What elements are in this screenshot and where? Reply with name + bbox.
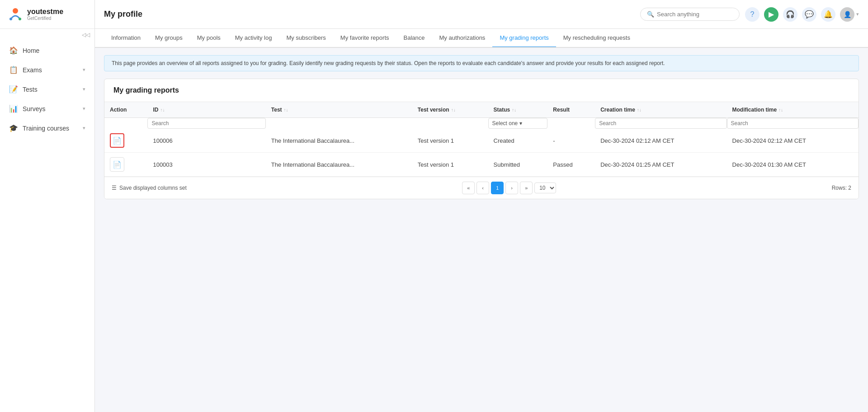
search-modification-time-cell[interactable] <box>727 118 859 129</box>
tab-my-favorite-reports[interactable]: My favorite reports <box>333 29 396 48</box>
tab-balance[interactable]: Balance <box>396 29 432 48</box>
search-result-cell <box>547 118 595 129</box>
result-cell: - <box>547 129 595 153</box>
sidebar-item-exams-label: Exams <box>23 66 78 74</box>
sidebar-item-home[interactable]: 🏠 Home <box>0 41 94 60</box>
training-icon: 🎓 <box>9 124 18 132</box>
creation-time-sort-icon: ↑↓ <box>637 108 642 112</box>
logo-icon <box>7 6 24 23</box>
pagination: « ‹ 1 › » 10 25 50 <box>462 182 556 194</box>
view-report-button[interactable]: 📄 <box>110 133 124 148</box>
logo-main-text: youtestme <box>27 7 63 16</box>
info-banner: This page provides an overview of all re… <box>104 55 859 71</box>
bell-button[interactable]: 🔔 <box>821 7 835 22</box>
col-test-version[interactable]: Test version↑↓ <box>412 102 488 118</box>
rows-per-page-select[interactable]: 10 25 50 <box>534 183 556 193</box>
tab-my-groups[interactable]: My groups <box>148 29 190 48</box>
modification-time-cell: Dec-30-2024 02:12 AM CET <box>727 129 859 153</box>
header-icons: ? ▶ 🎧 💬 🔔 👤 ▾ <box>745 7 859 22</box>
help-button[interactable]: ? <box>745 7 760 22</box>
surveys-arrow-icon: ▾ <box>83 106 85 112</box>
id-search-input[interactable] <box>147 118 265 129</box>
result-cell: Passed <box>547 153 595 177</box>
col-status[interactable]: Status↑↓ <box>488 102 548 118</box>
home-icon: 🏠 <box>9 46 18 55</box>
col-test[interactable]: Test↑↓ <box>266 102 412 118</box>
tab-my-pools[interactable]: My pools <box>190 29 228 48</box>
status-cell: Created <box>488 129 548 153</box>
page-1-button[interactable]: 1 <box>491 182 504 194</box>
search-test-version-cell <box>412 118 488 129</box>
test-sort-icon: ↑↓ <box>284 108 288 112</box>
table-row: 📄100006The International Baccalaurea...T… <box>104 129 859 153</box>
content-area: This page provides an overview of all re… <box>95 48 868 412</box>
tab-my-subscribers[interactable]: My subscribers <box>279 29 333 48</box>
tab-my-rescheduling-requests[interactable]: My rescheduling requests <box>556 29 637 48</box>
training-arrow-icon: ▾ <box>83 125 85 131</box>
search-input[interactable] <box>657 11 729 18</box>
sidebar-item-surveys[interactable]: 📊 Surveys ▾ <box>0 99 94 118</box>
sidebar-nav: 🏠 Home 📋 Exams ▾ 📝 Tests ▾ 📊 Surveys ▾ 🎓… <box>0 41 94 412</box>
col-modification-time[interactable]: Modification time↑↓ <box>727 102 859 118</box>
avatar-button[interactable]: 👤 ▾ <box>840 7 859 22</box>
logo-sub-text: GetCertified <box>27 16 63 21</box>
action-cell: 📄 <box>104 129 147 153</box>
action-cell: 📄 <box>104 153 147 177</box>
status-select-arrow-icon: ▾ <box>519 120 522 126</box>
table-body: 📄100006The International Baccalaurea...T… <box>104 129 859 177</box>
creation-time-search-input[interactable] <box>595 118 726 129</box>
sidebar-item-exams[interactable]: 📋 Exams ▾ <box>0 60 94 80</box>
sidebar-item-home-label: Home <box>23 47 85 54</box>
table-header-row: Action ID↑↓ Test↑↓ Test version↑↓ Status… <box>104 102 859 118</box>
test-version-sort-icon: ↑↓ <box>451 108 456 112</box>
prev-page-button[interactable]: ‹ <box>476 182 489 194</box>
col-result: Result <box>547 102 595 118</box>
search-test-cell <box>266 118 412 129</box>
modification-time-search-input[interactable] <box>727 118 859 129</box>
view-report-button[interactable]: 📄 <box>110 157 124 172</box>
search-status-cell[interactable]: Select one ▾ <box>488 118 548 129</box>
tab-my-grading-reports[interactable]: My grading reports <box>492 29 556 48</box>
search-bar[interactable]: 🔍 <box>640 8 740 21</box>
chat-button[interactable]: 💬 <box>802 7 816 22</box>
col-creation-time[interactable]: Creation time↑↓ <box>595 102 726 118</box>
exams-arrow-icon: ▾ <box>83 67 85 73</box>
table-footer: ☰ Save displayed columns set « ‹ 1 › » 1… <box>104 177 859 199</box>
columns-icon: ☰ <box>112 185 117 191</box>
first-page-button[interactable]: « <box>462 182 475 194</box>
avatar-arrow-icon: ▾ <box>856 11 859 17</box>
next-page-button[interactable]: › <box>505 182 518 194</box>
col-action: Action <box>104 102 147 118</box>
sidebar-item-training-courses[interactable]: 🎓 Training courses ▾ <box>0 118 94 138</box>
grading-reports-table: Action ID↑↓ Test↑↓ Test version↑↓ Status… <box>104 102 859 177</box>
table-title: My grading reports <box>104 79 859 102</box>
table-search-row: Select one ▾ <box>104 118 859 129</box>
tab-information[interactable]: Information <box>104 29 148 48</box>
search-icon: 🔍 <box>647 11 654 18</box>
tab-my-activity-log[interactable]: My activity log <box>228 29 279 48</box>
test-version-cell: Test version 1 <box>412 129 488 153</box>
page-title: My profile <box>104 9 635 19</box>
sidebar: youtestme GetCertified ◁◁ 🏠 Home 📋 Exams… <box>0 0 95 412</box>
search-creation-time-cell[interactable] <box>595 118 726 129</box>
sidebar-item-tests[interactable]: 📝 Tests ▾ <box>0 80 94 99</box>
tab-my-authorizations[interactable]: My authorizations <box>432 29 492 48</box>
status-cell: Submitted <box>488 153 548 177</box>
test-cell: The International Baccalaurea... <box>266 129 412 153</box>
top-header: My profile 🔍 ? ▶ 🎧 💬 🔔 👤 ▾ <box>95 0 868 29</box>
svg-point-1 <box>9 18 12 20</box>
save-columns-label: Save displayed columns set <box>119 185 187 191</box>
col-id[interactable]: ID↑↓ <box>147 102 265 118</box>
test-cell: The International Baccalaurea... <box>266 153 412 177</box>
search-id-cell[interactable] <box>147 118 265 129</box>
rows-count: Rows: 2 <box>832 185 851 191</box>
sidebar-item-surveys-label: Surveys <box>23 105 78 112</box>
sidebar-collapse-button[interactable]: ◁◁ <box>0 29 94 41</box>
status-select[interactable]: Select one ▾ <box>488 118 548 129</box>
id-cell: 100006 <box>147 129 265 153</box>
play-button[interactable]: ▶ <box>764 7 778 22</box>
save-columns-button[interactable]: ☰ Save displayed columns set <box>112 185 187 191</box>
headset-button[interactable]: 🎧 <box>783 7 797 22</box>
creation-time-cell: Dec-30-2024 01:25 AM CET <box>595 153 726 177</box>
last-page-button[interactable]: » <box>520 182 533 194</box>
